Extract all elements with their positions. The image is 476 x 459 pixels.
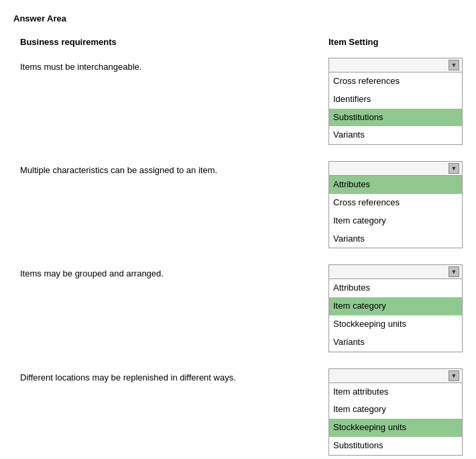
dropdown-item-1-4[interactable]: Variants <box>329 126 462 144</box>
dropdown-item-3-4[interactable]: Variants <box>329 334 462 352</box>
dropdown-item-4-1[interactable]: Item attributes <box>329 383 462 401</box>
dropdown-arrow-1[interactable]: ▼ <box>449 60 459 70</box>
question-row-1: Items must be interchangeable.▼Cross ref… <box>13 58 463 145</box>
dropdown-arrow-2[interactable]: ▼ <box>449 163 459 174</box>
dropdown-container-3[interactable]: ▼AttributesItem categoryStockkeeping uni… <box>329 264 463 352</box>
dropdown-list-3: AttributesItem categoryStockkeeping unit… <box>329 279 463 352</box>
dropdown-item-1-2[interactable]: Identifiers <box>329 91 462 109</box>
business-requirements-header: Business requirements <box>13 37 322 47</box>
question-row-3: Items may be grouped and arranged.▼Attri… <box>13 264 463 352</box>
business-req-3: Items may be grouped and arranged. <box>13 264 329 280</box>
dropdown-list-2: AttributesCross referencesItem categoryV… <box>329 176 463 248</box>
item-setting-header: Item Setting <box>322 37 456 47</box>
business-req-1: Items must be interchangeable. <box>13 58 329 74</box>
columns-header: Business requirements Item Setting <box>13 37 463 47</box>
dropdown-item-2-1[interactable]: Attributes <box>329 176 462 194</box>
dropdown-header-4[interactable]: ▼ <box>329 368 463 383</box>
dropdown-item-3-1[interactable]: Attributes <box>329 279 462 297</box>
dropdown-item-1-1[interactable]: Cross references <box>329 72 462 91</box>
dropdown-arrow-4[interactable]: ▼ <box>449 370 459 381</box>
dropdown-container-1[interactable]: ▼Cross referencesIdentifiersSubstitution… <box>329 58 463 145</box>
dropdown-header-1[interactable]: ▼ <box>329 58 463 72</box>
dropdown-item-2-3[interactable]: Item category <box>329 212 462 230</box>
dropdown-header-2[interactable]: ▼ <box>329 161 463 176</box>
dropdown-list-4: Item attributesItem categoryStockkeeping… <box>329 383 463 456</box>
dropdown-container-2[interactable]: ▼AttributesCross referencesItem category… <box>329 161 463 248</box>
dropdown-item-4-2[interactable]: Item category <box>329 401 462 419</box>
dropdown-item-4-3[interactable]: Stockkeeping units <box>329 419 462 437</box>
page-title: Answer Area <box>13 13 463 23</box>
question-row-4: Different locations may be replenished i… <box>13 368 463 456</box>
dropdown-arrow-3[interactable]: ▼ <box>449 266 459 277</box>
dropdown-list-1: Cross referencesIdentifiersSubstitutions… <box>329 72 463 145</box>
dropdown-item-2-2[interactable]: Cross references <box>329 194 462 212</box>
dropdown-item-3-2[interactable]: Item category <box>329 297 462 315</box>
dropdown-container-4[interactable]: ▼Item attributesItem categoryStockkeepin… <box>329 368 463 456</box>
dropdown-item-3-3[interactable]: Stockkeeping units <box>329 315 462 334</box>
dropdown-item-4-4[interactable]: Substitutions <box>329 437 462 455</box>
dropdown-header-3[interactable]: ▼ <box>329 264 463 279</box>
question-row-2: Multiple characteristics can be assigned… <box>13 161 463 248</box>
business-req-4: Different locations may be replenished i… <box>13 368 329 385</box>
rows-container: Items must be interchangeable.▼Cross ref… <box>13 58 463 456</box>
dropdown-item-1-3[interactable]: Substitutions <box>329 109 462 127</box>
dropdown-item-2-4[interactable]: Variants <box>329 230 462 248</box>
business-req-2: Multiple characteristics can be assigned… <box>13 161 329 177</box>
